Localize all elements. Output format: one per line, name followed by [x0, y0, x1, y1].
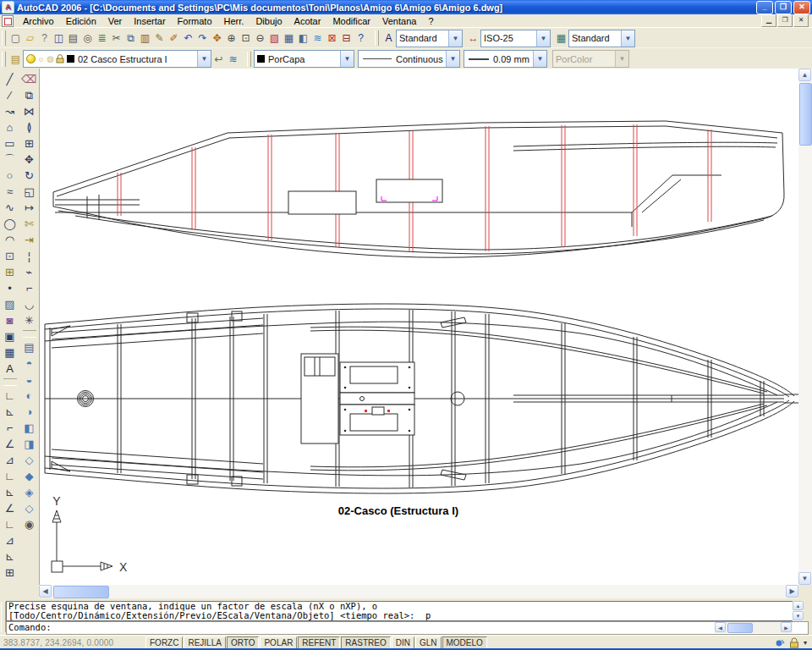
command-input[interactable]: Comando: [6, 621, 809, 635]
scroll-right-icon[interactable]: ▶ [786, 585, 798, 598]
hatch-button[interactable]: ▨ [1, 296, 19, 312]
horizontal-scroll-thumb[interactable] [53, 586, 109, 598]
layer-combo[interactable]: ☼ ◍ 02 Casco Estructura I ▼ [23, 50, 211, 68]
restore-button[interactable]: ❐ [775, 1, 792, 14]
menu-dibujo[interactable]: Dibujo [250, 15, 288, 27]
ucs-object-button[interactable]: ⊿ [1, 452, 19, 468]
fillet-button[interactable]: ◡ [20, 296, 38, 312]
spline-button[interactable]: ∿ [1, 200, 19, 216]
scroll-down-icon[interactable]: ▼ [798, 572, 811, 585]
view-front-button[interactable]: ◧ [20, 420, 38, 436]
pan-button[interactable]: ✥ [210, 30, 224, 47]
toggle-modelo[interactable]: MODELO [442, 636, 487, 649]
partial-open-button[interactable]: ? [37, 30, 52, 47]
layer-states-button[interactable]: ≋ [226, 51, 240, 68]
chamfer-button[interactable]: ⌐ [20, 280, 38, 296]
break-button[interactable]: ⌁ [20, 264, 38, 280]
toggle-rejilla[interactable]: REJILLA [184, 636, 225, 649]
ucs-z-button[interactable]: ⊾ [1, 548, 19, 565]
explode-button[interactable]: ✳ [20, 312, 38, 328]
color-combo[interactable]: PorCapa ▼ [254, 50, 354, 68]
scroll-down-icon[interactable]: ▼ [793, 611, 804, 620]
lineweight-combo[interactable]: 0.09 mm ▼ [464, 50, 547, 68]
toggle-din[interactable]: DIN [392, 636, 414, 649]
plot-preview-button[interactable]: ◎ [80, 30, 95, 47]
sw-isometric-button[interactable]: ◇ [20, 452, 38, 468]
coordinates-readout[interactable]: 383.8737, 234.2694, 0.0000 [0, 638, 145, 647]
named-views-button[interactable]: ▤ [20, 339, 38, 355]
circle-button[interactable]: ○ [1, 168, 19, 184]
paste-button[interactable]: ▥ [138, 30, 152, 47]
text-style-manager-button[interactable]: A [381, 30, 396, 47]
text-style-combo[interactable]: Standard ▼ [396, 30, 463, 47]
mdi-minimize-button[interactable]: ▁ [761, 14, 776, 27]
sheet-set-manager-button[interactable]: ▧ [267, 30, 282, 47]
drawing-doc-icon[interactable] [2, 15, 14, 27]
properties-button[interactable]: ◧ [296, 30, 310, 47]
mirror-button[interactable]: ⋈ [20, 103, 38, 119]
menu-insertar[interactable]: Insertar [128, 15, 171, 27]
copy-object-button[interactable]: ⧉ [20, 87, 38, 103]
view-top-button[interactable]: ◓ [20, 355, 38, 372]
horizontal-scrollbar[interactable]: ◀ ▶ [39, 585, 798, 598]
scroll-up-icon[interactable]: ▲ [793, 601, 804, 610]
menu-herr[interactable]: Herr. [218, 15, 250, 27]
chevron-down-icon[interactable]: ▼ [197, 51, 211, 67]
view-left-button[interactable]: ◐ [20, 388, 38, 404]
command-horizontal-scrollbar[interactable]: ◀ ▶ [715, 622, 793, 633]
scale-button[interactable]: ◱ [20, 184, 38, 200]
polygon-button[interactable]: ⌂ [1, 119, 19, 135]
view-right-button[interactable]: ◑ [20, 404, 38, 420]
arc-button[interactable]: ⌒ [1, 151, 19, 168]
break-at-point-button[interactable]: ¦ [20, 248, 38, 264]
close-button[interactable]: ✕ [793, 1, 810, 14]
block-editor-button[interactable]: ✐ [167, 30, 181, 47]
ucs-x-button[interactable]: ∟ [1, 516, 19, 532]
layer-on-icon[interactable] [26, 54, 36, 63]
chevron-down-icon[interactable]: ▼ [533, 51, 546, 67]
menu-formato[interactable]: Formato [172, 15, 218, 27]
mtext-button[interactable]: A [1, 361, 19, 377]
copy-button[interactable]: ⧉ [123, 30, 138, 47]
camera-button[interactable]: ◉ [20, 516, 38, 532]
markup-set-manager-button[interactable]: ≋ [310, 30, 325, 47]
menu-edicin[interactable]: Edición [60, 15, 102, 27]
layer-previous-button[interactable]: ↩ [211, 51, 226, 68]
erase-button[interactable]: ⌫ [20, 71, 38, 87]
minimize-button[interactable]: _ [756, 1, 773, 14]
view-back-button[interactable]: ◨ [20, 436, 38, 452]
layer-lock-icon[interactable] [56, 54, 64, 63]
polyline-button[interactable]: ↝ [1, 103, 19, 119]
toggle-orto[interactable]: ORTO [227, 636, 260, 649]
ellipse-button[interactable]: ◯ [1, 216, 19, 232]
make-block-button[interactable]: ⊞ [1, 264, 19, 280]
chevron-down-icon[interactable]: ▼ [536, 30, 550, 47]
new-button[interactable]: ▢ [8, 30, 23, 47]
scroll-left-icon[interactable]: ◀ [39, 585, 52, 598]
line-button[interactable]: ╱ [1, 71, 19, 87]
toggle-rastreo[interactable]: RASTREO [341, 636, 390, 649]
toggle-forzc[interactable]: FORZC [145, 636, 183, 649]
save-button[interactable]: ◫ [52, 30, 66, 47]
publish-button[interactable]: ≣ [95, 30, 109, 47]
zoom-window-button[interactable]: ⊡ [239, 30, 253, 47]
toolbar-grip[interactable] [2, 52, 6, 67]
plot-button[interactable]: ▤ [66, 30, 80, 47]
toolbar-grip[interactable] [247, 52, 251, 67]
chevron-down-icon[interactable]: ▼ [446, 51, 459, 67]
trim-button[interactable]: ✄ [20, 216, 38, 232]
ucs-y-button[interactable]: ⊿ [1, 532, 19, 548]
toolbar-grip[interactable] [2, 30, 6, 46]
menu-archivo[interactable]: Archivo [17, 15, 60, 27]
help-button[interactable]: ? [354, 30, 368, 47]
layer-vp-freeze-icon[interactable]: ◍ [47, 55, 54, 63]
ucs-apply-button[interactable]: ⊞ [1, 565, 19, 581]
statusbar-menu-arrow[interactable]: ▾ [804, 639, 807, 647]
scroll-right-icon[interactable]: ▶ [781, 622, 792, 632]
revcloud-button[interactable]: ≈ [1, 184, 19, 200]
dim-style-combo[interactable]: ISO-25 ▼ [480, 30, 551, 47]
ucs-previous-button[interactable]: ⌐ [1, 420, 19, 436]
insert-block-button[interactable]: ⊡ [1, 248, 19, 264]
ucs-zaxis-button[interactable]: ∠ [1, 500, 19, 516]
offset-button[interactable]: ≬ [20, 119, 38, 135]
